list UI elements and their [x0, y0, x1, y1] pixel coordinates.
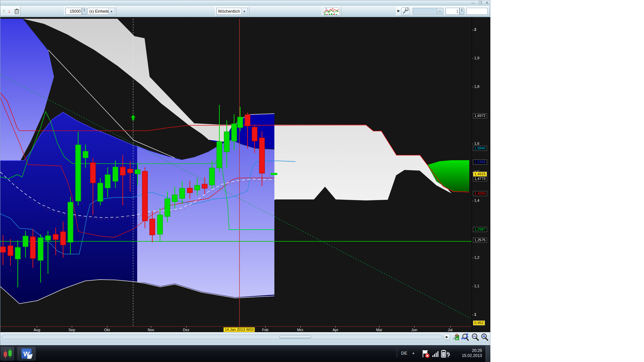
date-label: Aug	[34, 328, 40, 332]
candle-bearish	[90, 163, 96, 183]
candle-bullish	[23, 236, 28, 247]
candle-bullish	[157, 215, 163, 234]
zoom-in-icon[interactable]	[481, 333, 489, 341]
action-center-flag-icon[interactable]	[421, 349, 431, 359]
forecast-green-blob	[427, 160, 469, 192]
price-tick-label: - 1,2	[472, 255, 479, 259]
date-label: Jul	[448, 328, 452, 332]
network-signal-icon[interactable]	[432, 350, 440, 358]
chart-plot-area[interactable]	[0, 17, 472, 326]
collapse-panel-arrow-icon[interactable]: ▶	[397, 9, 400, 12]
word-icon: W	[18, 347, 35, 360]
candle-bearish	[187, 188, 193, 193]
price-tick-label: - 1	[472, 312, 476, 316]
selected-date-badge: 14 Jan 2013 W03	[223, 327, 255, 332]
date-label: Feb	[262, 328, 269, 332]
close-button[interactable]: ✕	[483, 1, 491, 5]
candle-bullish	[135, 170, 140, 174]
taskbar-item-word[interactable]: W	[17, 347, 36, 360]
price-badge: 1,2987	[473, 227, 487, 232]
candle-bullish	[105, 175, 110, 188]
trash-icon[interactable]	[14, 8, 19, 14]
price-tick-label: - 2	[472, 27, 476, 32]
date-label: Jun	[411, 328, 417, 332]
candle-bearish	[120, 167, 125, 175]
date-label: Sep	[68, 328, 75, 332]
candle-bullish	[165, 199, 170, 217]
date-tick	[300, 326, 301, 327]
buy-arrow-icon[interactable]: ↑	[3, 8, 5, 14]
chart-settings-icon[interactable]	[452, 333, 460, 341]
candle-bullish	[83, 151, 88, 158]
app-window: — ❐ ✕ ↑ ↓ 15000 ▲▼ (x) Einheiten ▼ W	[0, 0, 490, 345]
candle-bullish	[15, 247, 20, 259]
price-tick-label: - 1,1	[472, 284, 479, 288]
period-dropdown[interactable]: Wöchentlich ▼	[216, 8, 248, 15]
hidden-icons-caret[interactable]: ▲	[412, 351, 415, 355]
date-tick	[72, 326, 72, 327]
units-dropdown-arrow-icon[interactable]: ▼	[108, 8, 114, 14]
minimize-button[interactable]: —	[469, 1, 477, 5]
date-label: Dez	[183, 328, 190, 332]
candle-bearish	[53, 234, 58, 240]
candle-bearish	[8, 246, 13, 256]
chart-type-button[interactable]	[323, 7, 340, 15]
price-axis[interactable]: - 2- 1,9- 1,8- 1,6- 1,5- 1,4- 1,2- 1,1- …	[472, 17, 490, 332]
zoom-fit-icon[interactable]	[461, 333, 469, 341]
candle-bearish	[245, 115, 250, 126]
date-tick	[37, 326, 37, 327]
candle-bullish	[195, 185, 200, 190]
price-badge: 1,2575	[473, 238, 487, 243]
quantity-input[interactable]: 15000	[65, 8, 82, 15]
candle-bullish	[231, 124, 237, 141]
candle-bearish	[259, 138, 265, 173]
chart-style-group	[322, 6, 341, 16]
price-tick-label: - 1,9	[472, 56, 479, 60]
scrollbar-thumb[interactable]	[279, 335, 311, 339]
restore-button[interactable]: ❐	[477, 1, 484, 5]
scroll-right-button[interactable]: ▶	[444, 334, 450, 340]
price-tick-label: - 1,6	[472, 141, 479, 145]
date-label: Nov	[148, 328, 154, 332]
candle-bullish	[45, 236, 51, 240]
candle-bearish	[142, 171, 148, 221]
count-input[interactable]: 1	[445, 8, 460, 15]
chart-scroll-row: ▶	[0, 332, 490, 344]
units-dropdown[interactable]: (x) Einheiten ▼	[88, 8, 115, 15]
wrench-icon	[401, 8, 410, 15]
quantity-group: 15000 ▲▼ (x) Einheiten ▼	[64, 6, 116, 16]
right-tools-group: ▶ ▼ 1 ▲▼	[396, 6, 489, 16]
price-badge: 1,4915	[473, 172, 487, 177]
title-bar[interactable]: — ❐ ✕	[0, 0, 490, 6]
price-badge: 1,4250	[473, 191, 487, 196]
clock-time: 20:25	[451, 348, 482, 353]
date-tick	[450, 326, 450, 327]
price-badge: 1,5840	[473, 146, 487, 151]
taskbar-item-chart-app[interactable]	[1, 347, 14, 360]
sell-arrow-icon[interactable]: ↓	[8, 8, 10, 14]
taskbar-divider	[15, 347, 16, 361]
candle-bullish	[113, 167, 118, 181]
language-indicator[interactable]: DE	[401, 351, 407, 356]
candle-bearish	[0, 247, 6, 252]
period-dropdown-arrow-icon[interactable]: ▼	[241, 8, 247, 14]
candle-bearish	[60, 232, 66, 245]
date-tick	[186, 326, 186, 327]
show-desktop-button[interactable]	[486, 345, 490, 362]
clock[interactable]: 20:25 15.02.2013	[451, 348, 482, 358]
last-price-tick	[271, 173, 277, 175]
search-textbox[interactable]	[466, 8, 488, 15]
price-badge: 1,6972	[473, 113, 487, 118]
taskbar: W DE ▲ 20:25 15.02.2013	[0, 345, 490, 362]
quantity-stepper[interactable]: ▲▼	[82, 8, 87, 15]
clock-date: 15.02.2013	[451, 353, 482, 358]
price-badge: 1,5358	[473, 160, 487, 165]
zoom-out-icon[interactable]	[471, 333, 479, 341]
count-stepper[interactable]: ▲▼	[460, 8, 464, 15]
symbol-dropdown[interactable]: ▼	[413, 8, 443, 15]
horizontal-scrollbar[interactable]	[2, 335, 442, 339]
power-battery-icon[interactable]	[441, 349, 451, 359]
candle-bullish	[237, 117, 243, 128]
settings-wrench-button[interactable]	[401, 7, 410, 15]
candle-bearish	[150, 219, 155, 235]
